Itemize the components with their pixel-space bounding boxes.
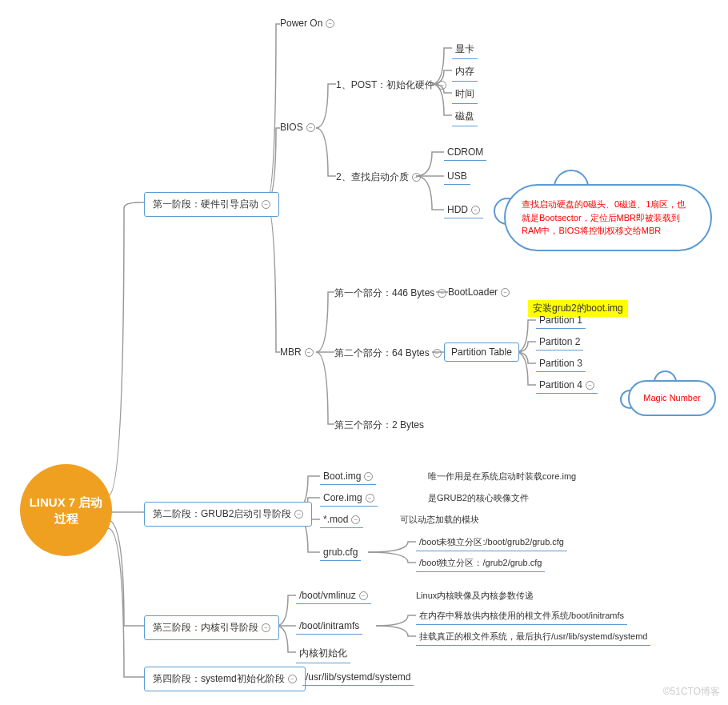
vmlinuz-desc: Linux内核映像及内核参数传递: [416, 590, 534, 602]
collapse-icon[interactable]: −: [359, 591, 368, 600]
bios-node[interactable]: BIOS−: [280, 122, 315, 133]
grubcfg-b[interactable]: /boot独立分区：/grub2/grub.cfg: [416, 557, 545, 572]
collapse-icon[interactable]: −: [306, 123, 315, 132]
initramfs-a[interactable]: 在内存中释放供内核使用的根文件系统/boot/initramfs: [416, 610, 627, 625]
collapse-icon[interactable]: −: [366, 494, 374, 503]
post-item[interactable]: 显卡: [452, 42, 478, 59]
collapse-icon[interactable]: −: [433, 349, 442, 358]
bootloader-node[interactable]: BootLoader−: [448, 286, 510, 298]
collapse-icon[interactable]: −: [586, 381, 594, 390]
vmlinuz-node[interactable]: /boot/vmlinuz−: [296, 590, 371, 604]
collapse-icon[interactable]: −: [364, 472, 373, 481]
mbr-part3[interactable]: 第三个部分：2 Bytes: [334, 419, 424, 432]
collapse-icon[interactable]: −: [471, 206, 480, 214]
partition-item[interactable]: Partition 4−: [536, 379, 598, 394]
collapse-icon[interactable]: −: [438, 81, 446, 90]
mod-desc: 可以动态加载的模块: [400, 514, 479, 526]
stage1-node[interactable]: 第一阶段：硬件引导启动−: [144, 192, 279, 217]
stage3-node[interactable]: 第三阶段：内核引导阶段−: [144, 615, 279, 640]
collapse-icon[interactable]: −: [288, 675, 297, 683]
bootimg-node[interactable]: Boot.img−: [320, 471, 376, 485]
collapse-icon[interactable]: −: [501, 288, 510, 297]
partition-item[interactable]: Partiton 2: [536, 336, 583, 350]
stage4-node[interactable]: 第四阶段：systemd初始化阶段−: [144, 667, 306, 691]
mbr-part1[interactable]: 第一个部分：446 Bytes−: [334, 286, 446, 300]
collapse-icon[interactable]: −: [262, 200, 270, 209]
collapse-icon[interactable]: −: [326, 19, 334, 28]
collapse-icon[interactable]: −: [438, 289, 446, 298]
coreimg-node[interactable]: Core.img−: [320, 492, 378, 507]
root-node[interactable]: LINUX 7 启动过程: [20, 464, 112, 556]
mod-node[interactable]: *.mod−: [320, 514, 363, 528]
collapse-icon[interactable]: −: [294, 510, 303, 519]
partition-item[interactable]: Partition 1: [536, 314, 586, 329]
media-hdd[interactable]: HDD−: [444, 204, 483, 218]
partition-item[interactable]: Partition 3: [536, 358, 586, 372]
poweron-node[interactable]: Power On−: [280, 18, 334, 29]
coreimg-desc: 是GRUB2的核心映像文件: [428, 492, 529, 504]
cloud-magic-number: Magic Number: [628, 380, 716, 416]
post-item[interactable]: 内存: [452, 65, 478, 82]
watermark: ©51CTO博客: [663, 685, 720, 699]
stage2-node[interactable]: 第二阶段：GRUB2启动引导阶段−: [144, 502, 312, 527]
collapse-icon[interactable]: −: [351, 515, 360, 524]
systemd-node[interactable]: /usr/lib/systemd/systemd: [302, 671, 414, 686]
mbr-node[interactable]: MBR−: [280, 346, 314, 358]
bootimg-desc: 唯一作用是在系统启动时装载core.img: [428, 471, 576, 483]
grubcfg-a[interactable]: /boot未独立分区:/boot/grub2/grub.cfg: [416, 536, 567, 551]
partition-table[interactable]: Partition Table: [444, 342, 519, 362]
initramfs-b[interactable]: 挂载真正的根文件系统，最后执行/usr/lib/systemd/systemd: [416, 631, 650, 646]
collapse-icon[interactable]: −: [412, 173, 421, 182]
initramfs-node[interactable]: /boot/initramfs: [296, 620, 362, 635]
post-node[interactable]: 1、POST：初始化硬件−: [336, 78, 446, 92]
post-item[interactable]: 磁盘: [452, 110, 478, 126]
bootmedia-node[interactable]: 2、查找启动介质−: [336, 170, 421, 184]
post-item[interactable]: 时间: [452, 87, 478, 104]
media-item[interactable]: CDROM: [444, 146, 486, 161]
media-item[interactable]: USB: [444, 170, 470, 185]
kernelinit-node[interactable]: 内核初始化: [296, 647, 350, 663]
root-label: LINUX 7 启动过程: [28, 495, 104, 526]
collapse-icon[interactable]: −: [262, 623, 270, 632]
mbr-part2[interactable]: 第二个部分：64 Bytes−: [334, 346, 442, 360]
cloud-note-mbr: 查找启动硬盘的0磁头、0磁道、1扇区，也就是Bootsector，定位后MBR即…: [504, 184, 712, 251]
collapse-icon[interactable]: −: [305, 348, 314, 357]
grubcfg-node[interactable]: grub.cfg: [320, 547, 361, 561]
